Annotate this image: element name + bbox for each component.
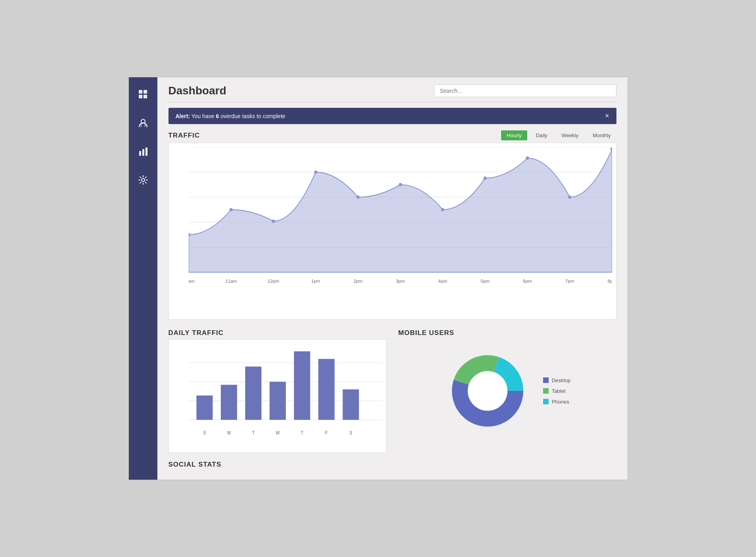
svg-text:W: W	[276, 431, 279, 436]
daily-traffic-chart: 250 200 150 100 50 0 S M	[189, 344, 382, 439]
svg-text:10am: 10am	[189, 278, 195, 283]
svg-text:M: M	[227, 431, 231, 436]
svg-point-42	[526, 157, 529, 160]
svg-point-37	[314, 170, 318, 174]
traffic-title: TRAFFIC	[168, 132, 200, 140]
svg-text:6pm: 6pm	[523, 278, 532, 283]
filter-weekly[interactable]: Weekly	[556, 130, 584, 140]
svg-rect-0	[139, 90, 142, 94]
page-title: Dashboard	[168, 84, 226, 97]
legend-desktop: Desktop	[543, 377, 571, 383]
traffic-chart: 2500 2000 1500 1000 500 0 10am 11am 12pm…	[189, 147, 612, 306]
svg-point-40	[441, 208, 444, 211]
social-stats-section: SOCIAL STATS	[168, 461, 616, 469]
donut-chart	[444, 347, 531, 434]
traffic-section-header: TRAFFIC Hourly Daily Weekly Monthly	[168, 130, 616, 140]
mobile-users-header: MOBILE USERS	[398, 329, 616, 337]
svg-rect-62	[269, 382, 285, 420]
daily-traffic-title: DAILY TRAFFIC	[168, 329, 224, 337]
alert-close-button[interactable]: ×	[605, 112, 609, 120]
social-stats-title: SOCIAL STATS	[168, 461, 222, 468]
bottom-row: DAILY TRAFFIC 250 200 150 100	[168, 329, 616, 453]
svg-rect-3	[144, 95, 147, 98]
svg-text:3pm: 3pm	[396, 278, 405, 283]
svg-text:T: T	[300, 431, 303, 436]
svg-rect-66	[318, 359, 334, 420]
svg-point-41	[483, 176, 487, 180]
svg-text:S: S	[203, 431, 206, 436]
mobile-users-title: MOBILE USERS	[398, 329, 454, 337]
svg-text:5pm: 5pm	[480, 278, 490, 283]
svg-rect-64	[294, 351, 310, 420]
header: Dashboard	[168, 77, 616, 102]
svg-point-73	[468, 371, 507, 411]
svg-rect-60	[245, 367, 261, 420]
svg-point-35	[229, 208, 233, 211]
donut-legend: Desktop Tablet Phones	[543, 377, 571, 405]
alert-bar: Alert: You have 6 overdue tasks to compl…	[168, 108, 616, 124]
legend-desktop-dot	[543, 377, 549, 383]
svg-rect-68	[343, 389, 359, 420]
svg-text:8pm: 8pm	[607, 278, 612, 283]
svg-text:S: S	[349, 431, 352, 436]
main-content: Dashboard Alert: You have 6 overdue task…	[157, 77, 628, 480]
legend-tablet: Tablet	[543, 388, 571, 394]
legend-tablet-label: Tablet	[552, 388, 566, 394]
svg-text:2pm: 2pm	[353, 278, 362, 283]
svg-point-43	[568, 195, 571, 199]
filter-monthly[interactable]: Monthly	[587, 130, 616, 140]
svg-point-36	[272, 220, 275, 223]
traffic-chart-container: 2500 2000 1500 1000 500 0 10am 11am 12pm…	[168, 143, 616, 320]
svg-text:7pm: 7pm	[565, 278, 574, 283]
search-input[interactable]	[434, 84, 616, 97]
legend-phones: Phones	[543, 399, 571, 405]
sidebar	[129, 77, 157, 480]
sidebar-icon-grid[interactable]	[134, 85, 152, 106]
svg-rect-56	[196, 396, 212, 420]
svg-point-10	[142, 178, 145, 182]
svg-rect-8	[142, 149, 144, 156]
alert-text: Alert: You have 6 overdue tasks to compl…	[176, 113, 285, 119]
svg-rect-7	[139, 151, 141, 156]
svg-rect-9	[145, 147, 147, 156]
svg-point-39	[398, 183, 402, 186]
daily-traffic-section: DAILY TRAFFIC 250 200 150 100	[168, 329, 387, 453]
mobile-users-section: MOBILE USERS	[398, 329, 616, 453]
legend-desktop-label: Desktop	[552, 377, 571, 383]
svg-rect-2	[139, 95, 142, 98]
svg-text:T: T	[252, 431, 255, 436]
svg-rect-58	[221, 385, 237, 420]
svg-text:4pm: 4pm	[438, 278, 447, 283]
svg-text:11am: 11am	[225, 278, 237, 283]
filter-daily[interactable]: Daily	[530, 130, 553, 140]
sidebar-icon-barchart[interactable]	[134, 142, 152, 163]
svg-text:12pm: 12pm	[267, 278, 279, 283]
donut-area: Desktop Tablet Phones	[398, 339, 616, 442]
svg-point-38	[356, 195, 360, 199]
time-filters: Hourly Daily Weekly Monthly	[501, 130, 616, 140]
legend-phones-label: Phones	[552, 399, 569, 405]
sidebar-icon-user[interactable]	[134, 114, 152, 134]
daily-traffic-chart-container: 250 200 150 100 50 0 S M	[168, 339, 387, 453]
legend-tablet-dot	[543, 388, 549, 394]
svg-text:1pm: 1pm	[311, 278, 320, 283]
sidebar-icon-settings[interactable]	[134, 171, 152, 191]
daily-traffic-header: DAILY TRAFFIC	[168, 329, 387, 337]
svg-point-44	[610, 147, 612, 151]
main-window: Dashboard Alert: You have 6 overdue task…	[128, 77, 628, 480]
legend-phones-dot	[543, 399, 549, 404]
alert-prefix: Alert:	[176, 113, 190, 119]
filter-hourly[interactable]: Hourly	[501, 130, 527, 140]
svg-text:F: F	[325, 431, 328, 436]
svg-rect-1	[144, 90, 147, 94]
